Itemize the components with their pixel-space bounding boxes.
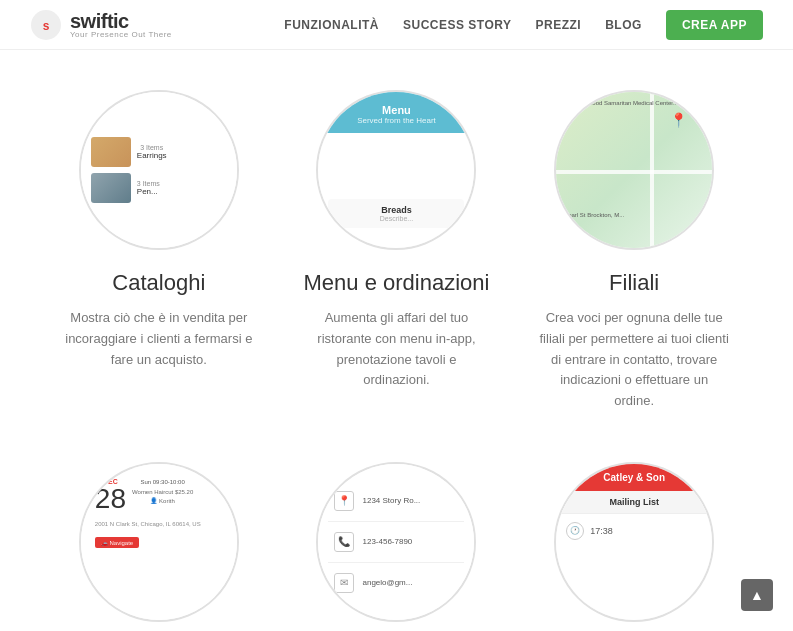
header: s swiftic Your Presence Out There FUNZIO… [0,0,793,50]
earrings-badge: 3 Items [137,144,167,151]
contact-email-item: ✉ angelo@gm... [328,563,464,603]
earrings-img [91,137,131,167]
feature-comunicazione: 📍 1234 Story Ro... 📞 123-456-7890 ✉ ange… [278,442,516,631]
cataloghi-title: Cataloghi [112,270,205,296]
map-road-v [650,92,654,248]
svg-text:s: s [43,19,50,33]
earrings-label: Earrings [137,151,167,160]
mailing-time-text: 17:38 [590,526,613,536]
contact-address-text: 1234 Story Ro... [362,496,420,505]
scroll-to-top-button[interactable]: ▲ [741,579,773,611]
contact-mock: 📍 1234 Story Ro... 📞 123-456-7890 ✉ ange… [318,464,474,620]
pen-badge: 3 Items [137,180,160,187]
mailing-list: Mailing List [556,491,712,513]
map-label-bottom: Pearl St Brockton, M... [564,212,624,218]
nav-blog[interactable]: BLOG [605,18,642,32]
map-road-h [556,170,712,174]
cal-day: 28 [95,483,126,514]
nav-prezzi[interactable]: PREZZI [536,18,582,32]
nav-funzionalita[interactable]: FUNZIONALITÀ [284,18,379,32]
map-label-top: Caring Good Samaritan Medical Center... [564,100,682,108]
convolgimento-image: Catley & Son Mailing List 🕐 17:38 [554,462,714,622]
contact-email-text: angelo@gm... [362,578,412,587]
phone-icon: 📞 [334,532,354,552]
feature-convolgimento: Catley & Son Mailing List 🕐 17:38 Convol… [515,442,753,631]
features-grid: 3 Items Earrings 3 Items Pen... Catalogh… [0,50,793,631]
pianificazione-image: DEC 28 Sun 09:30-10:00 Women Haircut $25… [79,462,239,622]
mailing-company: Catley & Son [556,464,712,491]
contact-address-item: 📍 1234 Story Ro... [328,481,464,522]
cal-time: Sun 09:30-10:00 [132,478,193,488]
menu-header-bg: Menu Served from the Heart [318,92,474,133]
email-icon: ✉ [334,573,354,593]
map-mock: Caring Good Samaritan Medical Center... … [556,92,712,248]
mailing-time-row: 🕐 17:38 [556,513,712,548]
feature-menu: Menu Served from the Heart Breads Descri… [278,70,516,442]
menu-title-text: Menu e ordinazioni [304,270,490,296]
feature-pianificazione: DEC 28 Sun 09:30-10:00 Women Haircut $25… [40,442,278,631]
menu-desc: Aumenta gli affari del tuo ristorante co… [302,308,492,391]
menu-title: Menu [328,104,464,116]
main-nav: FUNZIONALITÀ SUCCESS STORY PREZZI BLOG C… [284,10,763,40]
menu-bread-item: Breads Describe... [328,199,464,228]
logo: s swiftic Your Presence Out There [30,9,172,41]
filiali-desc: Crea voci per ognuna delle tue filiali p… [539,308,729,412]
address-icon: 📍 [334,491,354,511]
comunicazione-image: 📍 1234 Story Ro... 📞 123-456-7890 ✉ ange… [316,462,476,622]
cataloghi-image: 3 Items Earrings 3 Items Pen... [79,90,239,250]
cal-address: 2001 N Clark St, Chicago, IL 60614, US [95,521,201,527]
cal-navigate: 🚗 Navigate [95,537,139,548]
contact-phone-text: 123-456-7890 [362,537,412,546]
nav-success-story[interactable]: SUCCESS STORY [403,18,512,32]
mailing-mock: Catley & Son Mailing List 🕐 17:38 [556,464,712,620]
feature-cataloghi: 3 Items Earrings 3 Items Pen... Catalogh… [40,70,278,442]
pen-label: Pen... [137,187,160,196]
map-pin: 📍 [670,112,687,128]
cataloghi-desc: Mostra ciò che è in vendita per incoragg… [64,308,254,370]
crea-app-button[interactable]: CREA APP [666,10,763,40]
clock-icon: 🕐 [566,522,584,540]
menu-bread-desc: Describe... [336,215,456,222]
contact-phone-item: 📞 123-456-7890 [328,522,464,563]
cal-person: 👤 Korith [132,497,193,507]
menu-image: Menu Served from the Heart Breads Descri… [316,90,476,250]
menu-bread-label: Breads [336,205,456,215]
filiali-image: Caring Good Samaritan Medical Center... … [554,90,714,250]
logo-name: swiftic [70,11,172,31]
filiali-title: Filiali [609,270,659,296]
cal-service: Women Haircut $25.20 [132,488,193,498]
feature-filiali: Caring Good Samaritan Medical Center... … [515,70,753,442]
logo-icon: s [30,9,62,41]
logo-tagline: Your Presence Out There [70,31,172,39]
pen-img [91,173,131,203]
calendar-mock: DEC 28 Sun 09:30-10:00 Women Haircut $25… [81,464,237,620]
menu-sub: Served from the Heart [328,116,464,125]
